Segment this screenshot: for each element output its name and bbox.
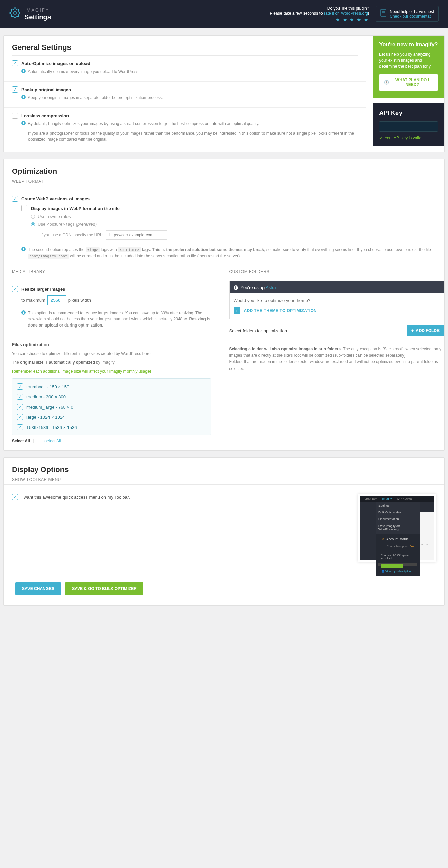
dashboard-icon: 🕐	[384, 80, 389, 85]
document-icon	[380, 9, 386, 17]
toolbar-section-label: SHOW TOOLBAR MENU	[4, 477, 444, 485]
picture-radio[interactable]	[31, 222, 35, 226]
webp-section-label: WEBP FORMAT	[4, 179, 444, 186]
info-icon: i	[21, 247, 26, 251]
size-checkbox[interactable]	[17, 383, 23, 390]
theme-link[interactable]: Astra	[266, 285, 276, 290]
info-icon: i	[21, 121, 26, 125]
lossless-checkbox[interactable]	[12, 113, 18, 119]
files-opt-title: Files optimization	[12, 342, 211, 347]
stars-icon[interactable]: ★ ★ ★ ★ ★	[270, 17, 369, 22]
info-icon: i	[234, 285, 238, 290]
resize-checkbox[interactable]	[12, 286, 18, 292]
lossless-label: Lossless compression	[21, 113, 69, 118]
general-title: General Settings	[4, 36, 366, 55]
custom-section-label: CUSTOM FOLDERS	[229, 269, 445, 276]
toolbar-checkbox[interactable]	[12, 494, 18, 500]
info-icon: i	[21, 310, 26, 315]
add-folder-button[interactable]: +ADD FOLDE	[407, 325, 444, 336]
help-block: Need help or have quest Check our docume…	[376, 6, 439, 22]
check-icon: ✓	[379, 136, 383, 140]
plus-icon: +	[234, 307, 240, 314]
backup-label: Backup original images	[21, 87, 71, 92]
media-section-label: MEDIA LIBRARY	[4, 269, 219, 276]
sun-icon: ☀	[381, 537, 384, 541]
api-key-input[interactable]	[379, 121, 438, 132]
select-all-link[interactable]: Select All	[12, 439, 30, 443]
info-icon: i	[21, 69, 26, 73]
backup-checkbox[interactable]	[12, 86, 18, 93]
rate-link[interactable]: rate it on WordPress.org	[324, 11, 368, 16]
toolbar-label: I want this awesome quick access menu on…	[21, 495, 130, 500]
auto-optimize-label: Auto-Optimize images on upload	[21, 61, 90, 66]
plus-icon: +	[411, 328, 414, 333]
general-panel: General Settings Auto-Optimize images on…	[3, 35, 445, 152]
save-go-button[interactable]: SAVE & GO TO BULK OPTIMIZER	[65, 582, 143, 595]
new-user-card: You're new to Imagify? Let us help you b…	[373, 36, 444, 98]
logo-text: IMAGIFY	[24, 7, 51, 13]
auto-optimize-checkbox[interactable]	[12, 60, 18, 66]
add-theme-button[interactable]: + ADD THE THEME TO OPTIMIZATION	[234, 307, 440, 314]
webp-create-checkbox[interactable]	[12, 196, 18, 202]
docs-link[interactable]: Check our documentati	[390, 14, 434, 19]
theme-bar: i You're using Astra	[230, 281, 444, 293]
rewrite-radio[interactable]	[31, 215, 35, 219]
user-icon: 👤	[381, 570, 385, 573]
resize-input[interactable]	[47, 295, 66, 305]
unselect-all-link[interactable]: Unselect All	[40, 439, 61, 443]
display-panel: Display Options SHOW TOOLBAR MENU I want…	[3, 457, 445, 606]
info-icon: i	[21, 95, 26, 99]
size-checkbox[interactable]	[17, 394, 23, 400]
webp-display-checkbox[interactable]	[21, 205, 27, 211]
size-checkbox[interactable]	[17, 414, 23, 420]
save-button[interactable]: SAVE CHANGES	[15, 582, 61, 595]
gear-icon	[9, 7, 20, 18]
webp-display-label: Display images in WebP format on the sit…	[31, 206, 120, 211]
optimization-panel: Optimization WEBP FORMAT Create WebP ver…	[3, 159, 445, 451]
page-header: IMAGIFY Settings Do you like this plugin…	[0, 0, 448, 28]
api-key-card: API Key ✓Your API key is valid.	[373, 103, 444, 146]
webp-create-label: Create WebP versions of images	[21, 196, 90, 201]
size-checkbox[interactable]	[17, 424, 23, 430]
page-title: Settings	[24, 13, 51, 21]
cdn-input[interactable]	[106, 230, 167, 240]
toolbar-preview: ““ ”” Forest Box Imagify WP Rocket Setti…	[358, 494, 436, 562]
resize-label: Resize larger images	[21, 287, 65, 292]
display-title: Display Options	[4, 458, 444, 477]
size-checkbox[interactable]	[17, 404, 23, 410]
rate-block: Do you like this plugin? Please take a f…	[270, 6, 369, 22]
plan-button[interactable]: 🕐WHAT PLAN DO I NEED?	[379, 74, 438, 91]
svg-rect-1	[381, 9, 386, 16]
optimization-title: Optimization	[4, 159, 444, 179]
svg-point-0	[14, 12, 16, 14]
sizes-box: thumbnail - 150 × 150 medium - 300 × 300…	[12, 378, 211, 435]
